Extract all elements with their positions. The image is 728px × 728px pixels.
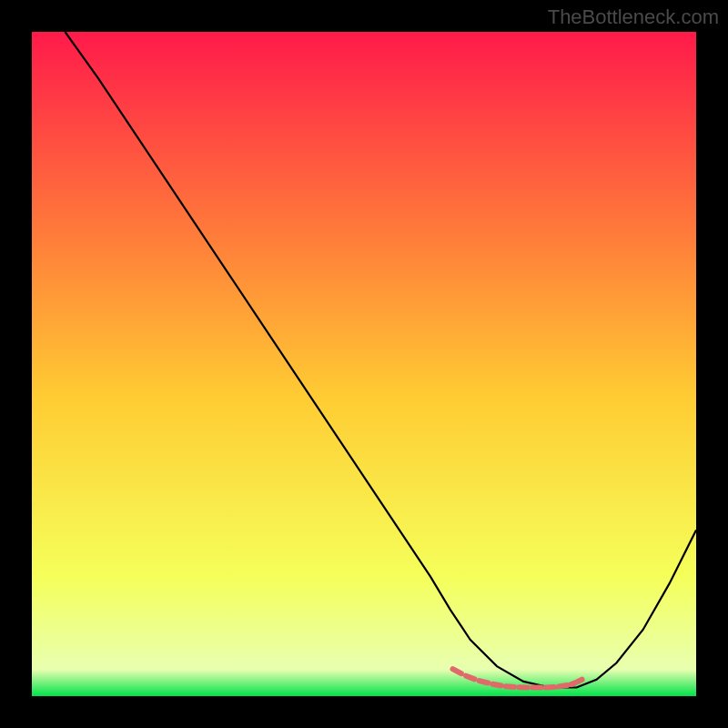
dash-segment — [571, 682, 576, 684]
chart-plot-area — [32, 32, 696, 696]
dash-segment — [480, 681, 488, 682]
gradient-background — [32, 32, 696, 696]
dash-segment — [559, 685, 567, 686]
watermark-text: TheBottleneck.com — [548, 5, 719, 29]
chart-svg — [32, 32, 696, 696]
dash-segment — [466, 676, 474, 680]
dash-segment — [578, 680, 582, 682]
dash-segment — [506, 686, 514, 687]
dash-segment — [546, 687, 554, 688]
dash-segment — [492, 684, 500, 686]
